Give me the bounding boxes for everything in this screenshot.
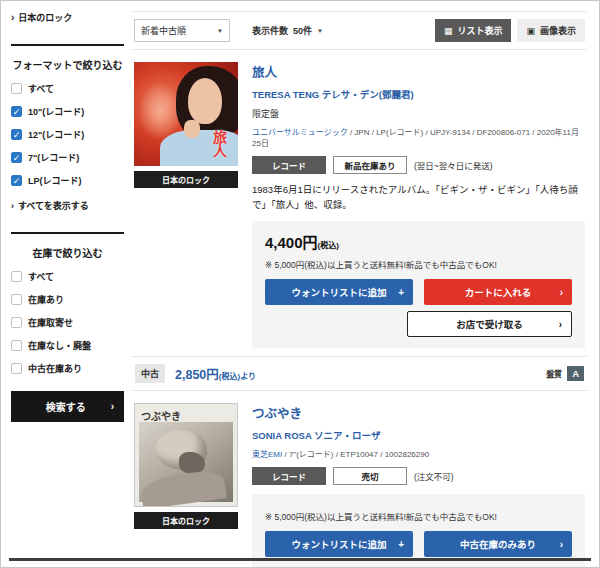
- catalog-specs: ユニバーサルミュージック / JPN / LP(レコード) / UPJY-913…: [252, 126, 585, 148]
- format-option-lp[interactable]: ✓ LP(レコード): [11, 174, 124, 187]
- checkbox-checked-icon[interactable]: ✓: [11, 106, 22, 117]
- caret-down-icon: ▼: [317, 28, 323, 34]
- stock-option-label: すべて: [28, 270, 54, 283]
- stock-option-backorder[interactable]: 在庫取寄せ: [11, 316, 124, 329]
- show-all-formats-link[interactable]: › すべてを表示する: [11, 199, 124, 212]
- product-art-column: 旅人 日本のロック: [134, 62, 238, 348]
- pickup-button-row: お店で受け取る ›: [265, 311, 572, 337]
- action-button-row: ウォントリストに追加 + 中古在庫のみあり ›: [265, 531, 572, 557]
- format-option-7inch[interactable]: ✓ 7"(レコード): [11, 151, 124, 164]
- stock-option-label: 中古在庫あり: [28, 362, 82, 375]
- product-art-column: つぶやき 日本のロック: [134, 403, 238, 568]
- checkbox-unchecked-icon[interactable]: [11, 83, 22, 94]
- results-main: 新着中古順 ▼ 表示件数 50件 ▼ ▦ リスト表示 ▣ 画像表示: [132, 11, 587, 568]
- format-option-all[interactable]: すべて: [11, 82, 124, 95]
- category-link-label: 日本のロック: [18, 11, 72, 24]
- action-button-row: ウォントリストに追加 + カートに入れる ›: [265, 279, 572, 305]
- image-view-button[interactable]: ▣ 画像表示: [517, 19, 585, 42]
- product-title-link[interactable]: 旅人: [252, 62, 585, 81]
- category-badge[interactable]: 日本のロック: [134, 171, 238, 188]
- stock-option-label: 在庫取寄せ: [28, 316, 73, 329]
- price-box: ※ 5,000円(税込)以上買うと送料無料!新品でも中古品でもOK! ウォントリ…: [252, 494, 585, 568]
- chevron-right-icon: ›: [560, 287, 563, 298]
- list-view-button[interactable]: ▦ リスト表示: [435, 19, 512, 42]
- results-toolbar: 新着中古順 ▼ 表示件数 50件 ▼ ▦ リスト表示 ▣ 画像表示: [132, 11, 587, 50]
- filter-sidebar: › 日本のロック フォーマットで絞り込む すべて ✓ 10"(レコード) ✓ 1…: [11, 11, 124, 422]
- add-to-wantlist-button[interactable]: ウォントリストに追加 +: [265, 279, 413, 305]
- stock-filter-heading: 在庫で絞り込む: [11, 245, 124, 260]
- catalog-specs-rest: / 7"(レコード) / ETP10047 / 1002826290: [282, 450, 429, 459]
- record-shop-search-results-page: › 日本のロック フォーマットで絞り込む すべて ✓ 10"(レコード) ✓ 1…: [0, 0, 600, 568]
- format-option-label: 7"(レコード): [28, 151, 79, 164]
- record-label-link[interactable]: 東芝EMI: [252, 450, 282, 459]
- per-page-value: 50件: [293, 24, 312, 37]
- album-cover-tabibito[interactable]: 旅人: [134, 62, 238, 166]
- catalog-specs: 東芝EMI / 7"(レコード) / ETP10047 / 1002826290: [252, 448, 585, 459]
- price-line: 4,400円(税込): [265, 231, 572, 252]
- used-badge: 中古: [135, 364, 165, 383]
- show-all-label: すべてを表示する: [18, 199, 89, 212]
- stock-status-tag: 新品在庫あり: [333, 156, 407, 174]
- sort-order-select[interactable]: 新着中古順 ▼: [134, 19, 230, 42]
- used-price-link[interactable]: 2,850円(税込)より: [175, 364, 256, 383]
- format-option-label: 10"(レコード): [28, 105, 84, 118]
- checkbox-unchecked-icon[interactable]: [11, 271, 22, 282]
- used-price-suffix: より: [240, 372, 256, 381]
- product-description: 1983年6月1日にリリースされたアルバム。「ビギン・ザ・ビギン」「人待ち顔で」…: [252, 183, 585, 212]
- format-option-10inch[interactable]: ✓ 10"(レコード): [11, 105, 124, 118]
- plus-icon: +: [398, 287, 404, 298]
- format-option-12inch[interactable]: ✓ 12"(レコード): [11, 128, 124, 141]
- format-option-label: LP(レコード): [28, 174, 82, 187]
- search-button[interactable]: 検索する ›: [11, 391, 124, 422]
- edition-note: 限定盤: [252, 107, 585, 120]
- footer-divider: [9, 558, 591, 561]
- artist-link[interactable]: TERESA TENG テレサ・デン(鄧麗君): [252, 87, 585, 101]
- cart-button-label: カートに入れる: [465, 287, 532, 298]
- chevron-right-icon: ›: [111, 401, 114, 412]
- checkbox-unchecked-icon[interactable]: [11, 294, 22, 305]
- price-box: 4,400円(税込) ※ 5,000円(税込)以上買うと送料無料!新品でも中古品…: [252, 221, 585, 348]
- record-label-link[interactable]: ユニバーサルミュージック: [252, 128, 348, 137]
- add-to-wantlist-button[interactable]: ウォントリストに追加 +: [265, 531, 413, 557]
- cover-face-shape: [188, 78, 222, 124]
- format-tag: レコード: [252, 156, 326, 174]
- grade-area: 盤質 A: [546, 366, 584, 381]
- product-info-column: つぶやき SONIA ROSA ソニア・ローザ 東芝EMI / 7"(レコード)…: [252, 403, 585, 568]
- add-to-cart-button[interactable]: カートに入れる ›: [424, 279, 572, 305]
- checkbox-checked-icon[interactable]: ✓: [11, 152, 22, 163]
- sold-out-tag: 売切: [333, 467, 407, 485]
- checkbox-unchecked-icon[interactable]: [11, 340, 22, 351]
- used-stock-only-button[interactable]: 中古在庫のみあり ›: [424, 531, 572, 557]
- tag-row: レコード 売切 (注文不可): [252, 467, 585, 485]
- checkbox-checked-icon[interactable]: ✓: [11, 129, 22, 140]
- format-filter-heading: フォーマットで絞り込む: [11, 57, 124, 72]
- button-row-spacer: [265, 311, 396, 337]
- stock-option-outofstock[interactable]: 在庫なし・廃盤: [11, 339, 124, 352]
- album-cover-tsubuyaki[interactable]: つぶやき: [134, 403, 238, 507]
- artist-link[interactable]: SONIA ROSA ソニア・ローザ: [252, 428, 585, 442]
- stock-option-used-instock[interactable]: 中古在庫あり: [11, 362, 124, 375]
- wantlist-button-label: ウォントリストに追加: [291, 287, 386, 298]
- product-info-column: 旅人 TERESA TENG テレサ・デン(鄧麗君) 限定盤 ユニバーサルミュー…: [252, 62, 585, 348]
- pickup-button-label: お店で受け取る: [456, 319, 523, 330]
- plus-icon: +: [398, 539, 404, 550]
- checkbox-unchecked-icon[interactable]: [11, 363, 22, 374]
- stock-option-label: 在庫なし・廃盤: [28, 339, 91, 352]
- category-link-japan-rock[interactable]: › 日本のロック: [11, 11, 124, 24]
- price-tax-label: (税込): [318, 241, 339, 250]
- image-view-label: 画像表示: [540, 24, 576, 37]
- free-shipping-note: ※ 5,000円(税込)以上買うと送料無料!新品でも中古品でもOK!: [265, 258, 572, 270]
- format-tag: レコード: [252, 467, 326, 485]
- category-badge[interactable]: 日本のロック: [134, 512, 238, 529]
- product-title-link[interactable]: つぶやき: [252, 403, 585, 422]
- stock-option-all[interactable]: すべて: [11, 270, 124, 283]
- free-shipping-note: ※ 5,000円(税込)以上買うと送料無料!新品でも中古品でもOK!: [265, 510, 572, 522]
- checkbox-unchecked-icon[interactable]: [11, 317, 22, 328]
- store-pickup-button[interactable]: お店で受け取る ›: [407, 311, 572, 337]
- search-button-label: 検索する: [21, 399, 111, 414]
- per-page-select[interactable]: 50件 ▼: [293, 24, 323, 37]
- grade-label: 盤質: [546, 368, 562, 379]
- stock-option-instock[interactable]: 在庫あり: [11, 293, 124, 306]
- checkbox-checked-icon[interactable]: ✓: [11, 175, 22, 186]
- chevron-right-icon: ›: [11, 12, 14, 23]
